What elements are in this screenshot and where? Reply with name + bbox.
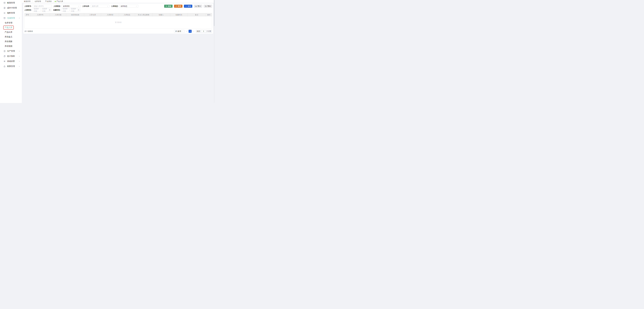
import-button-label: 导入: [198, 5, 201, 7]
sidebar-item-production[interactable]: 生产管理: [0, 48, 22, 54]
sidebar-item-label: 权限管理: [7, 65, 18, 68]
col-actions: 操作: [206, 13, 212, 16]
inbound-no-input[interactable]: [32, 5, 52, 8]
tab-product-inbound[interactable]: 产品入库: [54, 0, 64, 3]
range-end-placeholder: 请选择日期: [71, 8, 77, 12]
sidebar-item-stock-loss[interactable]: 库存报损: [0, 44, 22, 48]
sidebar-item-product-outbound[interactable]: 产品出库: [0, 30, 22, 34]
table-header-row: 序号 入库单号 入库日期 供应商名称 入库仓库 入库类型 入库状态 本次入库总数…: [24, 13, 212, 16]
chevron-up-icon: [18, 17, 20, 19]
total-pages-text: / 1 页: [207, 30, 211, 32]
sidebar-item-cost-card[interactable]: 成本卡管理: [0, 5, 22, 10]
select-value: 全部类型: [63, 5, 70, 7]
tab-product-stock[interactable]: 产品库存: [43, 0, 54, 3]
sidebar-item-settings[interactable]: 基础设置: [0, 59, 22, 64]
scrollbar-thumb[interactable]: [214, 0, 214, 26]
sidebar-item-label: 账期管理: [7, 2, 20, 4]
tab-warehouse[interactable]: 仓库管理: [32, 0, 43, 3]
notebook-icon: [4, 50, 6, 52]
inbound-status-label: 入库状态:: [111, 5, 118, 7]
range-start-placeholder: 请选择日期: [62, 8, 69, 12]
tab-label: 账期管理: [24, 0, 30, 2]
sidebar-subitem-label: 产品出库: [5, 31, 12, 33]
refresh-icon: [176, 5, 177, 7]
inbound-warehouse-label: 入库仓库:: [82, 5, 90, 7]
sidebar: 账期管理 成本卡管理 物料管理 仓储管理 仓库管理 产品入库 产品出库: [0, 0, 22, 103]
inbound-status-select[interactable]: 全部状态: [119, 5, 138, 8]
sidebar-subitem-label: 库存调拨: [5, 40, 12, 43]
chevron-down-icon: [136, 5, 137, 7]
reset-button[interactable]: 重置: [174, 5, 182, 8]
sidebar-item-label: 统计报表: [7, 55, 18, 57]
filter-row-2: 入库时间: 请选择日期 – 请选择日期 创建时间: 请选择日期 – 请选择日期: [24, 8, 212, 11]
inbound-time-label: 入库时间:: [24, 9, 32, 11]
col-status: 入库状态: [119, 13, 135, 16]
page-scrollbar[interactable]: [214, 0, 215, 103]
empty-state-text: 暂无数据: [115, 21, 122, 23]
sidebar-item-product-inbound[interactable]: 产品入库: [0, 25, 22, 30]
sidebar-item-reports[interactable]: 统计报表: [0, 54, 22, 59]
col-type: 入库类型: [101, 13, 119, 16]
table-footer: 共 0 条数据 10 条/页 ‹ 1 › 跳至 / 1 页: [24, 30, 212, 33]
col-creator: 创建人: [152, 13, 170, 16]
chip-icon: [4, 12, 6, 14]
content-panel: 入库单号: 入库类型: 全部类型 入库仓库: 选择仓库 入库状态: 全部状态: [23, 3, 213, 33]
page-number-current[interactable]: 1: [188, 30, 192, 33]
sidebar-item-material[interactable]: 物料管理: [0, 10, 22, 15]
sidebar-subitem-label: 库存盘点: [5, 36, 12, 38]
calendar-icon: [49, 9, 50, 11]
sidebar-item-stock-check[interactable]: 库存盘点: [0, 34, 22, 39]
range-end-placeholder: 请选择日期: [42, 8, 48, 12]
sidebar-item-account-period[interactable]: 账期管理: [0, 0, 22, 5]
sidebar-item-stock-transfer[interactable]: 库存调拨: [0, 39, 22, 44]
sidebar-subitem-label: 产品入库: [5, 26, 12, 29]
jump-page-input[interactable]: [201, 30, 206, 32]
export-button[interactable]: 导出: [204, 5, 212, 8]
chevron-down-icon: [78, 5, 80, 7]
select-value: 全部状态: [121, 5, 127, 7]
chevron-down-icon: [18, 50, 20, 52]
lock-icon: [4, 65, 6, 67]
sidebar-item-label: 成本卡管理: [7, 7, 20, 9]
filter-row-1: 入库单号: 入库类型: 全部类型 入库仓库: 选择仓库 入库状态: 全部状态: [24, 5, 212, 8]
create-time-range-picker[interactable]: 请选择日期 – 请选择日期: [61, 8, 80, 11]
col-inbound-no: 入库单号: [30, 13, 50, 16]
active-tab-dot-icon: [55, 1, 56, 2]
gear-icon: [4, 60, 6, 62]
create-time-label: 创建时间:: [53, 9, 60, 11]
reset-button-label: 重置: [178, 5, 181, 7]
report-icon: [4, 55, 6, 57]
warehouse-icon: [4, 17, 6, 19]
chevron-down-icon: [182, 30, 183, 32]
col-supplier: 供应商名称: [66, 13, 84, 16]
next-page-button[interactable]: ›: [193, 30, 195, 32]
prev-page-button[interactable]: ‹: [186, 30, 188, 32]
warehouse-submenu: 仓库管理 产品入库 产品出库 库存盘点 库存调拨 库存报损: [0, 20, 22, 48]
export-icon: [205, 5, 207, 7]
sidebar-item-label: 基础设置: [7, 60, 18, 62]
range-separator: –: [40, 9, 42, 11]
jump-label: 跳至: [197, 30, 200, 32]
import-icon: [195, 5, 197, 7]
plus-icon: [185, 5, 187, 7]
toolbar: 搜索 重置 添加 导入: [164, 5, 212, 8]
sidebar-item-warehouse-mgmt[interactable]: 仓储管理: [0, 15, 22, 20]
inbound-time-range-picker[interactable]: 请选择日期 – 请选择日期: [32, 8, 52, 11]
import-button[interactable]: 导入: [194, 5, 202, 8]
tab-label: 产品库存: [45, 0, 52, 2]
inbound-warehouse-select[interactable]: 选择仓库: [90, 5, 110, 8]
sidebar-item-label: 仓储管理: [7, 17, 18, 19]
range-start-placeholder: 请选择日期: [34, 8, 40, 12]
search-button[interactable]: 搜索: [164, 5, 172, 8]
tab-account-period[interactable]: 账期管理: [22, 0, 32, 3]
sidebar-item-permissions[interactable]: 权限管理: [0, 64, 22, 69]
inbound-type-select[interactable]: 全部类型: [62, 5, 80, 8]
inbound-no-label: 入库单号:: [24, 5, 32, 7]
sidebar-item-warehouse[interactable]: 仓库管理: [0, 20, 22, 25]
tab-label: 产品入库: [56, 0, 63, 2]
sidebar-subitem-label: 仓库管理: [5, 22, 12, 24]
pagination: 10 条/页 ‹ 1 › 跳至 / 1 页: [174, 30, 212, 33]
col-warehouse: 入库仓库: [84, 13, 101, 16]
page-size-select[interactable]: 10 条/页: [174, 30, 184, 33]
add-button[interactable]: 添加: [184, 5, 192, 8]
